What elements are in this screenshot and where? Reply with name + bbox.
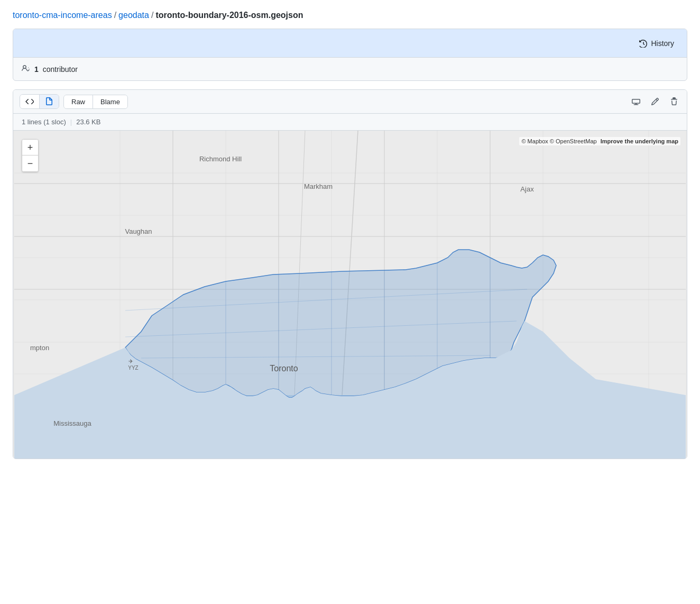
code-icon xyxy=(25,97,34,106)
history-button[interactable]: History xyxy=(635,37,678,50)
map-svg: Richmond Hill Markham Ajax Vaughan Toron… xyxy=(13,131,687,459)
delete-button[interactable] xyxy=(668,95,680,108)
breadcrumb-sep-1: / xyxy=(114,11,116,20)
improve-map-link[interactable]: Improve the underlying map xyxy=(601,138,678,144)
svg-text:mpton: mpton xyxy=(30,344,49,352)
view-toggle xyxy=(20,94,59,109)
file-view-button[interactable] xyxy=(40,95,59,108)
breadcrumb-folder-link[interactable]: geodata xyxy=(118,11,149,20)
toolbar-right xyxy=(630,95,680,108)
commit-header: History xyxy=(13,29,687,58)
file-size: 23.6 KB xyxy=(76,118,100,126)
map-attribution: © Mapbox © OpenStreetMap Improve the und… xyxy=(519,137,680,145)
map-container: Richmond Hill Markham Ajax Vaughan Toron… xyxy=(13,131,687,459)
svg-text:Toronto: Toronto xyxy=(270,364,298,373)
zoom-out-button[interactable]: − xyxy=(22,155,38,171)
display-icon xyxy=(632,97,640,106)
file-meta: 1 lines (1 sloc) | 23.6 KB xyxy=(13,114,687,131)
svg-text:YYZ: YYZ xyxy=(128,365,138,371)
file-icon xyxy=(45,97,53,106)
toolbar-left: Raw Blame xyxy=(20,94,128,109)
file-toolbar: Raw Blame xyxy=(13,90,687,114)
breadcrumb-repo-link[interactable]: toronto-cma-income-areas xyxy=(13,11,112,20)
svg-text:Vaughan: Vaughan xyxy=(125,227,152,235)
svg-text:Mississauga: Mississauga xyxy=(53,419,91,427)
contributors-icon xyxy=(22,64,30,74)
svg-text:Ajax: Ajax xyxy=(520,185,534,193)
contributor-label: contributor xyxy=(43,65,78,74)
breadcrumb-file: toronto-boundary-2016-osm.geojson xyxy=(155,11,303,20)
history-label: History xyxy=(651,39,674,48)
display-button[interactable] xyxy=(630,95,642,108)
zoom-in-button[interactable]: + xyxy=(22,140,38,155)
svg-text:Markham: Markham xyxy=(304,182,333,190)
breadcrumb: toronto-cma-income-areas / geodata / tor… xyxy=(13,11,687,20)
svg-text:Richmond Hill: Richmond Hill xyxy=(199,155,242,163)
raw-button[interactable]: Raw xyxy=(64,95,93,108)
file-lines: 1 lines (1 sloc) xyxy=(22,118,66,126)
edit-icon xyxy=(651,97,659,106)
svg-text:✈: ✈ xyxy=(128,358,133,364)
mapbox-attribution: © Mapbox © OpenStreetMap xyxy=(521,138,596,144)
delete-icon xyxy=(670,97,678,106)
file-viewer: Raw Blame xyxy=(13,89,687,459)
contributor-count: 1 xyxy=(34,65,39,74)
history-icon xyxy=(639,39,648,48)
commit-box: History 1 contributor xyxy=(13,29,687,81)
raw-blame-group: Raw Blame xyxy=(63,95,128,109)
breadcrumb-sep-2: / xyxy=(151,11,153,20)
file-meta-sep: | xyxy=(70,118,72,126)
blame-button[interactable]: Blame xyxy=(93,95,127,108)
edit-button[interactable] xyxy=(649,95,661,108)
zoom-controls: + − xyxy=(22,139,39,172)
contributors-row: 1 contributor xyxy=(13,58,687,80)
code-view-button[interactable] xyxy=(20,95,40,108)
